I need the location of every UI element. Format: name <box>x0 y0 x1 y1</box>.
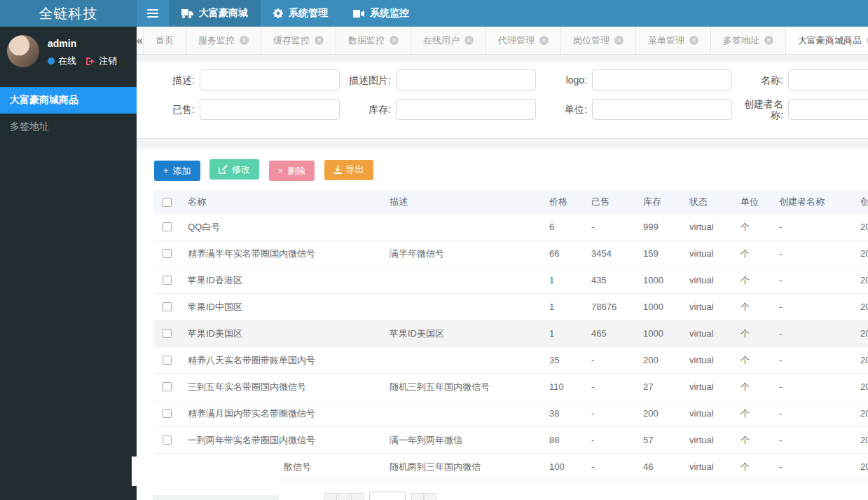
cell-status: virtual <box>689 222 740 232</box>
pagination-info <box>153 495 279 500</box>
export-button[interactable]: 导出 <box>324 160 373 180</box>
table-row[interactable]: 精养八天实名带圈带账单国内号35-200virtual个-20 <box>154 347 868 374</box>
row-checkbox[interactable] <box>163 276 172 285</box>
tab-close-icon[interactable]: × <box>539 36 549 45</box>
cell-sold: 465 <box>591 328 643 339</box>
pagination-button[interactable] <box>351 493 364 500</box>
tab-close-icon[interactable]: × <box>390 36 399 45</box>
tab-close-icon[interactable]: × <box>464 36 474 45</box>
pagination-button[interactable] <box>411 493 424 500</box>
cell-stock: 46 <box>643 461 689 472</box>
cell-created: 20 <box>860 222 868 232</box>
sold-input[interactable] <box>200 99 340 120</box>
cell-sold: - <box>591 408 643 419</box>
cell-sold: 435 <box>591 275 643 285</box>
tab-close-icon[interactable]: × <box>614 36 624 45</box>
tab-6[interactable]: 代理管理× <box>486 27 561 54</box>
table-row[interactable]: 三到五年实名带圈国内微信号随机三到五年国内微信号110-27virtual个-2… <box>154 374 868 400</box>
creator-name-input[interactable] <box>788 99 868 120</box>
row-checkbox[interactable] <box>163 302 172 311</box>
nav-item-3[interactable]: 系统监控 <box>340 0 422 27</box>
tab-bar: « 首页服务监控×缓存监控×数据监控×在线用户×代理管理×岗位管理×菜单管理×多… <box>137 27 868 55</box>
row-checkbox-cell <box>154 435 188 445</box>
tab-10[interactable]: 大富豪商城商品× <box>786 27 868 54</box>
stock-input[interactable] <box>396 99 536 120</box>
row-checkbox[interactable] <box>163 329 172 338</box>
table-row[interactable]: 苹果ID香港区14351000virtual个-20 <box>154 267 868 294</box>
table-row[interactable]: 苹果ID美国区苹果ID美国区14651000virtual个-20 <box>154 320 868 347</box>
pagination-page-input[interactable] <box>369 492 406 500</box>
row-checkbox[interactable] <box>163 356 172 365</box>
pagination-button[interactable] <box>324 493 337 500</box>
tab-label: 菜单管理 <box>648 34 684 47</box>
search-field-sold: 已售: <box>145 98 341 121</box>
cell-status: virtual <box>689 355 740 365</box>
logo-input[interactable] <box>592 69 732 90</box>
table-row[interactable]: 一到两年带实名带圈国内微信号满一年到两年微信88-57virtual个-20 <box>154 427 868 454</box>
tab-7[interactable]: 岗位管理× <box>561 27 636 54</box>
nav-item-1[interactable]: 大富豪商城 <box>169 0 261 27</box>
nav-item-label: 系统管理 <box>289 7 328 20</box>
cell-unit: 个 <box>740 301 779 313</box>
sidebar-item-1[interactable]: 大富豪商城商品 <box>0 87 137 114</box>
cell-creator: - <box>779 435 860 445</box>
desc-image-input[interactable] <box>396 69 536 90</box>
tab-1[interactable]: 首页 <box>144 27 186 54</box>
cell-stock: 1000 <box>643 328 689 339</box>
row-checkbox[interactable] <box>163 382 172 391</box>
tab-3[interactable]: 缓存监控× <box>261 27 336 54</box>
table-row[interactable]: QQ白号6-999virtual个-20 <box>154 214 868 241</box>
add-button[interactable]: +添加 <box>154 161 200 181</box>
desc-input[interactable] <box>200 69 340 90</box>
column-header-6: 状态 <box>689 196 740 208</box>
row-checkbox[interactable] <box>163 435 172 445</box>
tab-5[interactable]: 在线用户× <box>411 27 486 54</box>
row-checkbox-cell <box>154 276 188 285</box>
tab-close-icon[interactable]: × <box>240 36 249 45</box>
cell-name: 苹果ID香港区 <box>188 274 390 287</box>
cell-created: 20 <box>860 328 868 339</box>
truck-icon <box>181 9 193 18</box>
tab-2[interactable]: 服务监控× <box>186 27 261 54</box>
cell-name: 苹果ID中国区 <box>188 301 390 313</box>
column-header-5: 库存 <box>643 196 689 208</box>
name-input[interactable] <box>788 69 868 90</box>
nav-item-label: 系统监控 <box>370 7 409 20</box>
cell-status: virtual <box>689 408 740 419</box>
sidebar-toggle-button[interactable] <box>137 0 169 27</box>
table-row[interactable]: 精养满月国内带实名带圈微信号38-200virtual个-20 <box>154 400 868 427</box>
cell-created: 20 <box>860 355 868 365</box>
tab-9[interactable]: 多签地址× <box>711 27 786 54</box>
nav-item-2[interactable]: 系统管理 <box>261 0 340 27</box>
row-checkbox[interactable] <box>163 409 172 418</box>
cell-created: 20 <box>860 302 868 312</box>
cell-name: 一到两年带实名带圈国内微信号 <box>188 434 390 447</box>
cell-creator: - <box>779 302 860 312</box>
search-field-unit: 单位: <box>537 98 733 121</box>
row-checkbox[interactable] <box>163 249 172 258</box>
logout-link[interactable]: 注销 <box>99 55 117 67</box>
tab-close-icon[interactable]: × <box>764 36 773 45</box>
pagination-button[interactable] <box>338 493 350 500</box>
pagination-button[interactable] <box>424 493 436 500</box>
unit-input[interactable] <box>592 99 732 120</box>
tab-8[interactable]: 菜单管理× <box>636 27 711 54</box>
edit-button[interactable]: 修改 <box>209 159 259 180</box>
tab-close-icon[interactable]: × <box>689 36 698 45</box>
brand-logo[interactable]: 全链科技 <box>0 0 137 27</box>
table-row[interactable]: 苹果ID中国区1786761000virtual个-20 <box>154 294 868 320</box>
online-status-label: 在线 <box>58 55 76 67</box>
search-field-creator-name: 创建者名称: <box>733 98 868 121</box>
tabs-collapse-icon[interactable]: « <box>137 27 144 54</box>
tab-4[interactable]: 数据监控× <box>336 27 411 54</box>
cell-name: 精养八天实名带圈带账单国内号 <box>188 354 390 367</box>
sidebar-item-2[interactable]: 多签地址 <box>0 114 137 140</box>
select-all-checkbox[interactable] <box>163 198 172 207</box>
cell-stock: 999 <box>643 222 689 232</box>
cell-sold: - <box>591 222 643 232</box>
column-header-3: 价格 <box>549 196 591 208</box>
tab-close-icon[interactable]: × <box>315 36 324 45</box>
table-row[interactable]: 精养满半年实名带圈国内微信号满半年微信号663454159virtual个-20 <box>154 241 868 267</box>
row-checkbox[interactable] <box>163 222 172 231</box>
delete-button[interactable]: ×删除 <box>269 161 315 181</box>
